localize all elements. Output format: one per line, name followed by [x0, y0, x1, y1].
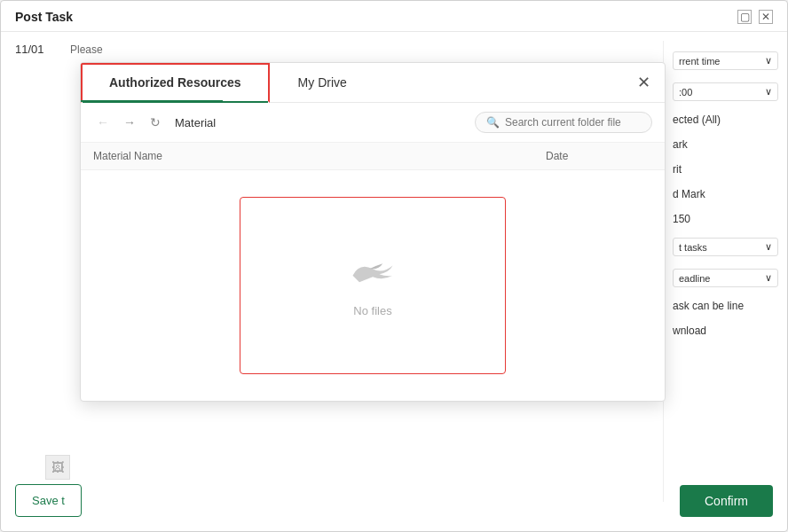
current-time-item: rrent time ∨ — [673, 51, 778, 70]
search-box: 🔍 — [475, 112, 652, 133]
value-item: 150 — [673, 213, 778, 225]
search-icon: 🔍 — [486, 116, 500, 129]
empty-icon — [346, 254, 399, 293]
modal-toolbar: ← → ↻ Material 🔍 — [81, 103, 665, 143]
search-input[interactable] — [505, 116, 641, 129]
task-can-be-item: ask can be line — [673, 300, 778, 312]
deadline-dropdown[interactable]: eadline ∨ — [673, 269, 778, 287]
t-tasks-dropdown[interactable]: t tasks ∨ — [673, 238, 778, 256]
tab-authorized-resources[interactable]: Authorized Resources — [81, 63, 270, 103]
minimize-button[interactable]: ▢ — [737, 10, 752, 24]
t-tasks-item: t tasks ∨ — [673, 238, 778, 256]
forward-button[interactable]: → — [120, 113, 139, 131]
save-button[interactable]: Save t — [15, 484, 82, 517]
current-time-dropdown[interactable]: rrent time ∨ — [673, 51, 778, 70]
breadcrumb: Material — [175, 116, 216, 129]
modal-tabs: Authorized Resources My Drive ✕ — [81, 63, 665, 103]
d-mark-item: d Mark — [673, 188, 778, 200]
right-panel: rrent time ∨ :00 ∨ ected (All) ark rit d… — [663, 41, 787, 502]
col-name-header: Material Name — [93, 150, 546, 162]
modal-dialog: Authorized Resources My Drive ✕ ← → ↻ Ma… — [80, 62, 666, 402]
col-date-header: Date — [546, 150, 652, 162]
modal-close-button[interactable]: ✕ — [623, 63, 665, 102]
titlebar: Post Task ▢ ✕ — [1, 1, 787, 32]
mark-item: ark — [673, 138, 778, 151]
active-tab-indicator — [81, 100, 223, 102]
rit-item: rit — [673, 163, 778, 176]
window-title: Post Task — [15, 10, 73, 24]
no-files-text: No files — [353, 304, 391, 317]
confirm-button[interactable]: Confirm — [680, 485, 773, 517]
deadline-item: eadline ∨ — [673, 269, 778, 287]
time-value-item: :00 ∨ — [673, 82, 778, 101]
window-controls: ▢ ✕ — [737, 10, 773, 24]
no-files-bird-icon — [346, 254, 399, 290]
selected-item: ected (All) — [673, 113, 778, 126]
back-button[interactable]: ← — [93, 113, 113, 131]
close-window-button[interactable]: ✕ — [759, 10, 773, 24]
time-dropdown[interactable]: :00 ∨ — [673, 82, 778, 101]
bg-please: Please — [70, 43, 103, 56]
tab-my-drive[interactable]: My Drive — [270, 63, 375, 102]
table-header: Material Name Date — [81, 143, 665, 170]
empty-box: No files — [240, 197, 506, 374]
download-item: wnload — [673, 325, 778, 337]
empty-state: No files — [81, 170, 665, 401]
image-placeholder[interactable]: 🖼 — [45, 455, 70, 480]
refresh-button[interactable]: ↻ — [146, 113, 164, 131]
bg-date: 11/01 — [15, 43, 59, 56]
